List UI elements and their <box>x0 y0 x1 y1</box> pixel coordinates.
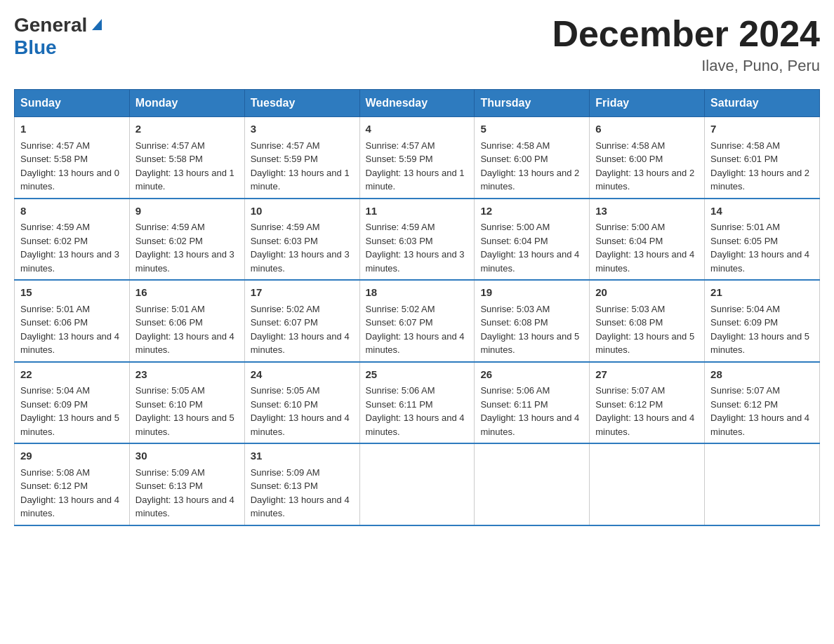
day-number: 6 <box>595 121 699 137</box>
day-sunset: Sunset: 6:06 PM <box>135 317 203 328</box>
table-row: 1 Sunrise: 4:57 AM Sunset: 5:58 PM Dayli… <box>15 117 130 199</box>
day-sunrise: Sunrise: 4:59 AM <box>251 222 320 232</box>
day-sunrise: Sunrise: 4:59 AM <box>135 222 205 232</box>
day-sunset: Sunset: 6:02 PM <box>135 236 203 246</box>
calendar-week-row: 15 Sunrise: 5:01 AM Sunset: 6:06 PM Dayl… <box>15 280 820 362</box>
day-number: 7 <box>710 121 814 137</box>
day-sunset: Sunset: 5:59 PM <box>366 154 433 164</box>
table-row: 28 Sunrise: 5:07 AM Sunset: 6:12 PM Dayl… <box>705 362 820 444</box>
day-sunrise: Sunrise: 5:00 AM <box>595 222 665 232</box>
day-daylight: Daylight: 13 hours and 3 minutes. <box>20 249 119 274</box>
day-sunrise: Sunrise: 5:09 AM <box>251 467 320 478</box>
day-daylight: Daylight: 13 hours and 2 minutes. <box>595 168 694 192</box>
day-number: 23 <box>135 367 239 383</box>
day-sunset: Sunset: 5:59 PM <box>251 154 318 164</box>
day-sunrise: Sunrise: 4:57 AM <box>135 140 205 151</box>
col-wednesday: Wednesday <box>359 90 475 117</box>
col-sunday: Sunday <box>15 90 130 117</box>
day-sunset: Sunset: 6:02 PM <box>20 236 88 246</box>
day-daylight: Daylight: 13 hours and 1 minute. <box>366 168 465 192</box>
day-number: 1 <box>20 121 124 137</box>
day-sunrise: Sunrise: 5:06 AM <box>480 385 550 396</box>
day-number: 8 <box>20 203 124 220</box>
day-sunrise: Sunrise: 5:01 AM <box>20 304 90 314</box>
col-tuesday: Tuesday <box>244 90 359 117</box>
title-area: December 2024 Ilave, Puno, Peru <box>552 14 820 75</box>
table-row: 4 Sunrise: 4:57 AM Sunset: 5:59 PM Dayli… <box>359 117 475 199</box>
col-saturday: Saturday <box>705 90 820 117</box>
table-row: 31 Sunrise: 5:09 AM Sunset: 6:13 PM Dayl… <box>244 443 359 525</box>
day-sunrise: Sunrise: 5:00 AM <box>480 222 550 232</box>
col-thursday: Thursday <box>475 90 590 117</box>
day-sunset: Sunset: 6:06 PM <box>20 317 88 328</box>
day-number: 18 <box>366 285 469 301</box>
day-daylight: Daylight: 13 hours and 4 minutes. <box>251 331 350 356</box>
day-sunrise: Sunrise: 5:02 AM <box>251 304 320 314</box>
table-row: 11 Sunrise: 4:59 AM Sunset: 6:03 PM Dayl… <box>359 199 475 281</box>
day-sunset: Sunset: 6:12 PM <box>595 399 663 410</box>
table-row <box>475 443 590 525</box>
day-sunrise: Sunrise: 5:05 AM <box>251 385 320 396</box>
day-number: 14 <box>710 203 814 220</box>
calendar-week-row: 22 Sunrise: 5:04 AM Sunset: 6:09 PM Dayl… <box>15 362 820 444</box>
table-row: 26 Sunrise: 5:06 AM Sunset: 6:11 PM Dayl… <box>475 362 590 444</box>
day-number: 11 <box>366 203 469 220</box>
day-daylight: Daylight: 13 hours and 3 minutes. <box>251 249 350 274</box>
day-number: 5 <box>480 121 583 137</box>
logo: General Blue <box>14 14 105 59</box>
day-sunset: Sunset: 5:58 PM <box>20 154 88 164</box>
table-row: 16 Sunrise: 5:01 AM Sunset: 6:06 PM Dayl… <box>129 280 244 362</box>
day-sunrise: Sunrise: 5:07 AM <box>710 385 780 396</box>
page-header: General Blue December 2024 Ilave, Puno, … <box>14 14 820 75</box>
day-sunset: Sunset: 6:03 PM <box>366 236 433 246</box>
table-row: 3 Sunrise: 4:57 AM Sunset: 5:59 PM Dayli… <box>244 117 359 199</box>
day-daylight: Daylight: 13 hours and 5 minutes. <box>595 331 694 356</box>
day-sunrise: Sunrise: 4:57 AM <box>20 140 90 151</box>
day-number: 17 <box>251 285 354 301</box>
logo-general-text: General <box>14 14 87 36</box>
day-sunrise: Sunrise: 5:04 AM <box>20 385 90 396</box>
day-number: 20 <box>595 285 699 301</box>
day-daylight: Daylight: 13 hours and 1 minute. <box>251 168 350 192</box>
day-sunset: Sunset: 6:10 PM <box>251 399 318 410</box>
day-number: 9 <box>135 203 239 220</box>
day-sunset: Sunset: 6:09 PM <box>710 317 778 328</box>
table-row: 23 Sunrise: 5:05 AM Sunset: 6:10 PM Dayl… <box>129 362 244 444</box>
day-daylight: Daylight: 13 hours and 3 minutes. <box>135 249 234 274</box>
month-title: December 2024 <box>552 14 820 54</box>
day-number: 4 <box>366 121 469 137</box>
table-row: 27 Sunrise: 5:07 AM Sunset: 6:12 PM Dayl… <box>590 362 705 444</box>
table-row: 14 Sunrise: 5:01 AM Sunset: 6:05 PM Dayl… <box>705 199 820 281</box>
calendar-header-row: Sunday Monday Tuesday Wednesday Thursday… <box>15 90 820 117</box>
table-row: 20 Sunrise: 5:03 AM Sunset: 6:08 PM Dayl… <box>590 280 705 362</box>
day-number: 12 <box>480 203 583 220</box>
day-daylight: Daylight: 13 hours and 4 minutes. <box>595 249 694 274</box>
calendar-week-row: 1 Sunrise: 4:57 AM Sunset: 5:58 PM Dayli… <box>15 117 820 199</box>
day-number: 31 <box>251 448 354 464</box>
day-sunrise: Sunrise: 5:06 AM <box>366 385 435 396</box>
table-row: 7 Sunrise: 4:58 AM Sunset: 6:01 PM Dayli… <box>705 117 820 199</box>
day-daylight: Daylight: 13 hours and 5 minutes. <box>20 412 119 437</box>
day-sunrise: Sunrise: 5:03 AM <box>480 304 550 314</box>
day-sunset: Sunset: 6:04 PM <box>595 236 663 246</box>
day-daylight: Daylight: 13 hours and 4 minutes. <box>480 249 579 274</box>
day-number: 2 <box>135 121 239 137</box>
table-row: 12 Sunrise: 5:00 AM Sunset: 6:04 PM Dayl… <box>475 199 590 281</box>
table-row: 9 Sunrise: 4:59 AM Sunset: 6:02 PM Dayli… <box>129 199 244 281</box>
day-daylight: Daylight: 13 hours and 4 minutes. <box>366 412 465 437</box>
calendar-week-row: 8 Sunrise: 4:59 AM Sunset: 6:02 PM Dayli… <box>15 199 820 281</box>
day-sunrise: Sunrise: 4:59 AM <box>366 222 435 232</box>
day-sunrise: Sunrise: 4:59 AM <box>20 222 90 232</box>
day-sunset: Sunset: 6:03 PM <box>251 236 318 246</box>
day-sunset: Sunset: 6:00 PM <box>480 154 548 164</box>
logo-blue-text: Blue <box>14 36 57 59</box>
day-daylight: Daylight: 13 hours and 0 minutes. <box>20 168 119 192</box>
table-row: 22 Sunrise: 5:04 AM Sunset: 6:09 PM Dayl… <box>15 362 130 444</box>
day-sunset: Sunset: 5:58 PM <box>135 154 203 164</box>
day-sunrise: Sunrise: 5:01 AM <box>135 304 205 314</box>
day-sunset: Sunset: 6:04 PM <box>480 236 548 246</box>
day-sunset: Sunset: 6:12 PM <box>710 399 778 410</box>
day-daylight: Daylight: 13 hours and 5 minutes. <box>710 331 809 356</box>
day-sunrise: Sunrise: 4:57 AM <box>366 140 435 151</box>
day-number: 24 <box>251 367 354 383</box>
